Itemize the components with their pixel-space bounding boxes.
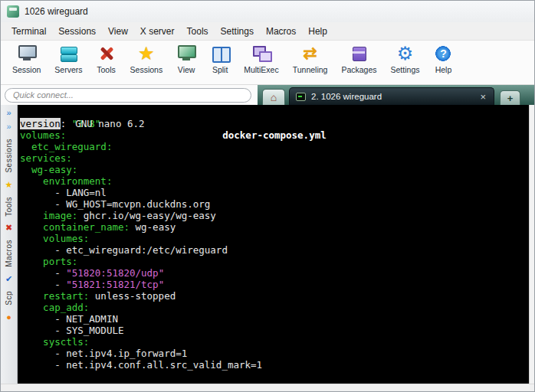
new-tab-button[interactable]: +	[500, 90, 520, 105]
macros-icon[interactable]: ✔	[5, 275, 12, 283]
terminal-line: - etc_wireguard:/etc/wireguard	[20, 244, 529, 256]
menu-settings[interactable]: Settings	[215, 24, 260, 39]
home-icon: ⌂	[271, 92, 277, 103]
toolbar: SessionServersTools★SessionsViewSplitMul…	[1, 41, 534, 85]
close-tab-icon[interactable]: ×	[478, 91, 487, 103]
terminal-line: - net.ipv4.ip_forward=1	[20, 348, 529, 359]
mobaxterm-window: 1026 wireguard TerminalSessionsViewX ser…	[0, 0, 535, 392]
sidebar-tab-sessions[interactable]: Sessions	[5, 139, 13, 173]
toolbar-button-split[interactable]: Split	[203, 44, 237, 74]
terminal-line: container_name: wg-easy	[20, 221, 529, 233]
window-title: 1026 wireguard	[25, 6, 88, 17]
session-icon	[17, 44, 37, 64]
terminal-line: volumes:	[20, 233, 529, 244]
terminal-scrollbar[interactable]	[529, 105, 534, 384]
terminal-line: image: ghcr.io/wg-easy/wg-easy	[20, 210, 529, 221]
collapse-sidebar-icon[interactable]: »	[6, 109, 11, 117]
terminal-content: version: "3.8"volumes: etc_wireguard:ser…	[20, 118, 529, 371]
toolbar-label: Servers	[54, 65, 82, 74]
view-icon	[176, 44, 196, 64]
terminal-tab-icon	[296, 93, 306, 101]
toolbar-button-settings[interactable]: ⚙Settings	[384, 44, 427, 74]
toolbar-button-servers[interactable]: Servers	[48, 44, 89, 74]
toolbar-label: Settings	[391, 65, 420, 74]
toolbar-label: View	[178, 65, 195, 74]
toolbar-button-help[interactable]: ?Help	[426, 44, 460, 74]
toolbar-label: Split	[212, 65, 228, 74]
menu-sessions[interactable]: Sessions	[52, 24, 102, 39]
home-tab[interactable]: ⌂	[262, 89, 285, 105]
tools-icon	[97, 44, 117, 64]
terminal-line: services:	[20, 152, 529, 164]
settings-icon: ⚙	[396, 44, 415, 64]
terminal-line: - WG_HOST=mcvpn.duckdns.org	[20, 198, 529, 210]
packages-icon	[349, 44, 369, 64]
toolbar-button-sessions[interactable]: ★Sessions	[123, 44, 170, 74]
toolbar-button-packages[interactable]: Packages	[334, 44, 383, 74]
terminal-line: ports:	[20, 256, 529, 267]
terminal-line: - net.ipv4.conf.all.src_valid_mark=1	[20, 359, 529, 371]
sidebar-tab-scp[interactable]: Scp	[5, 291, 13, 305]
servers-icon	[58, 44, 78, 64]
sessions-star-icon: ★	[136, 44, 156, 64]
menu-bar: TerminalSessionsViewX serverToolsSetting…	[1, 22, 534, 41]
toolbar-button-tools[interactable]: Tools	[90, 44, 123, 74]
bottom-bar	[1, 384, 534, 391]
terminal-line: etc_wireguard:	[20, 141, 529, 152]
terminal-line: sysctls:	[20, 336, 529, 348]
toolbar-button-multiexec[interactable]: MultiExec	[237, 44, 286, 74]
terminal-line: cap_add:	[20, 302, 529, 313]
menu-x-server[interactable]: X server	[134, 24, 181, 39]
toolbar-label: Tools	[97, 65, 116, 74]
quick-connect-input[interactable]	[5, 88, 251, 103]
menu-macros[interactable]: Macros	[260, 24, 302, 39]
active-session-tab[interactable]: 2. 1026 wireguard ×	[289, 87, 494, 105]
tab-strip: ⌂ 2. 1026 wireguard × +	[258, 85, 534, 105]
toolbar-button-session[interactable]: Session	[5, 44, 48, 74]
sidebar-tab-macros[interactable]: Macros	[5, 240, 13, 267]
terminal-line: - "51821:51821/tcp"	[20, 279, 529, 290]
toolbar-label: MultiExec	[244, 65, 279, 74]
multiexec-icon	[251, 44, 271, 64]
menu-tools[interactable]: Tools	[181, 24, 215, 39]
title-bar: 1026 wireguard	[1, 1, 534, 22]
nano-filename: docker-compose.yml	[222, 129, 326, 141]
star-icon[interactable]: ★	[5, 181, 13, 189]
terminal-line: wg-easy:	[20, 164, 529, 175]
tunneling-icon: ⇄	[300, 44, 320, 64]
plus-icon: +	[507, 93, 514, 104]
sidebar: »»Sessions★Tools✖Macros✔Scp●	[1, 105, 18, 384]
menu-terminal[interactable]: Terminal	[5, 24, 52, 39]
toolbar-button-view[interactable]: View	[169, 44, 203, 74]
nano-header: GNU nano 6.2 docker-compose.yml	[20, 106, 529, 118]
help-icon: ?	[433, 44, 453, 64]
toolbar-label: Session	[12, 65, 41, 74]
split-icon	[210, 44, 230, 64]
toolbar-label: Tunneling	[293, 65, 328, 74]
terminal-line: - SYS_MODULE	[20, 325, 529, 336]
app-icon	[7, 5, 19, 18]
terminal-line: - LANG=nl	[20, 187, 529, 198]
terminal-line: - NET_ADMIN	[20, 313, 529, 325]
nano-version: GNU nano 6.2	[75, 118, 144, 129]
tools-icon[interactable]: ✖	[5, 224, 12, 232]
pin-sidebar-icon[interactable]: »	[6, 122, 11, 131]
tab-row: ⌂ 2. 1026 wireguard × +	[1, 85, 534, 105]
active-tab-label: 2. 1026 wireguard	[311, 92, 473, 101]
terminal-line: - "51820:51820/udp"	[20, 267, 529, 279]
toolbar-label: Packages	[341, 65, 376, 74]
terminal[interactable]: GNU nano 6.2 docker-compose.yml version:…	[18, 105, 529, 384]
menu-help[interactable]: Help	[302, 24, 333, 39]
toolbar-button-tunneling[interactable]: ⇄Tunneling	[286, 44, 335, 74]
terminal-line: environment:	[20, 175, 529, 187]
toolbar-label: Help	[435, 65, 452, 74]
sidebar-tab-tools[interactable]: Tools	[5, 197, 13, 217]
scp-icon[interactable]: ●	[6, 313, 11, 322]
menu-view[interactable]: View	[102, 24, 134, 39]
main-area: »»Sessions★Tools✖Macros✔Scp● GNU nano 6.…	[1, 105, 534, 384]
terminal-line: restart: unless-stopped	[20, 290, 529, 302]
toolbar-label: Sessions	[130, 65, 163, 74]
